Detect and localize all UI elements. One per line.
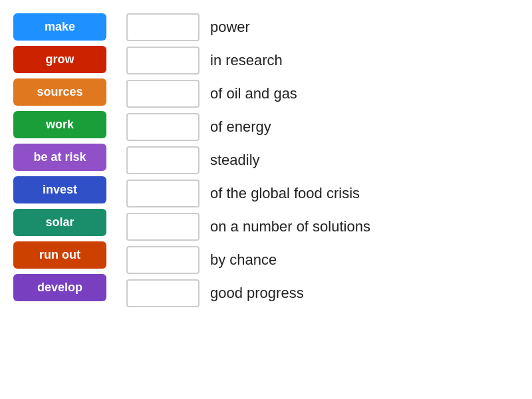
drop-box-row-1[interactable] <box>126 13 200 41</box>
match-text-row-3: of oil and gas <box>210 85 297 102</box>
drop-box-row-8[interactable] <box>126 246 200 274</box>
word-btn-run-out[interactable]: run out <box>13 241 106 269</box>
word-bank: makegrowsourcesworkbe at riskinvestsolar… <box>13 13 106 307</box>
match-row-row-1: power <box>126 13 519 41</box>
drop-box-row-3[interactable] <box>126 80 200 108</box>
drop-box-row-7[interactable] <box>126 213 200 241</box>
match-text-row-4: of energy <box>210 118 271 136</box>
word-btn-invest[interactable]: invest <box>13 176 106 203</box>
word-btn-make[interactable]: make <box>13 13 106 41</box>
drop-box-row-9[interactable] <box>126 279 200 307</box>
match-text-row-9: good progress <box>210 285 304 302</box>
match-row-row-4: of energy <box>126 113 519 141</box>
word-btn-develop[interactable]: develop <box>13 274 106 301</box>
match-text-row-2: in research <box>210 52 283 69</box>
match-row-row-6: of the global food crisis <box>126 180 519 207</box>
match-text-row-5: steadily <box>210 152 260 169</box>
word-btn-sources[interactable]: sources <box>13 78 106 106</box>
matching-area: powerin researchof oil and gasof energys… <box>126 13 519 307</box>
word-btn-work[interactable]: work <box>13 111 106 138</box>
word-btn-solar[interactable]: solar <box>13 209 106 236</box>
match-row-row-2: in research <box>126 47 519 74</box>
drop-box-row-5[interactable] <box>126 146 200 174</box>
match-row-row-8: by chance <box>126 246 519 274</box>
match-row-row-7: on a number of solutions <box>126 213 519 241</box>
match-text-row-1: power <box>210 19 250 36</box>
main-container: makegrowsourcesworkbe at riskinvestsolar… <box>13 13 519 307</box>
match-row-row-5: steadily <box>126 146 519 174</box>
word-btn-be-at-risk[interactable]: be at risk <box>13 144 106 171</box>
drop-box-row-6[interactable] <box>126 180 200 207</box>
match-row-row-3: of oil and gas <box>126 80 519 108</box>
drop-box-row-2[interactable] <box>126 47 200 74</box>
word-btn-grow[interactable]: grow <box>13 46 106 73</box>
match-text-row-8: by chance <box>210 251 277 269</box>
drop-box-row-4[interactable] <box>126 113 200 141</box>
match-text-row-6: of the global food crisis <box>210 185 360 202</box>
match-row-row-9: good progress <box>126 279 519 307</box>
match-text-row-7: on a number of solutions <box>210 218 370 235</box>
